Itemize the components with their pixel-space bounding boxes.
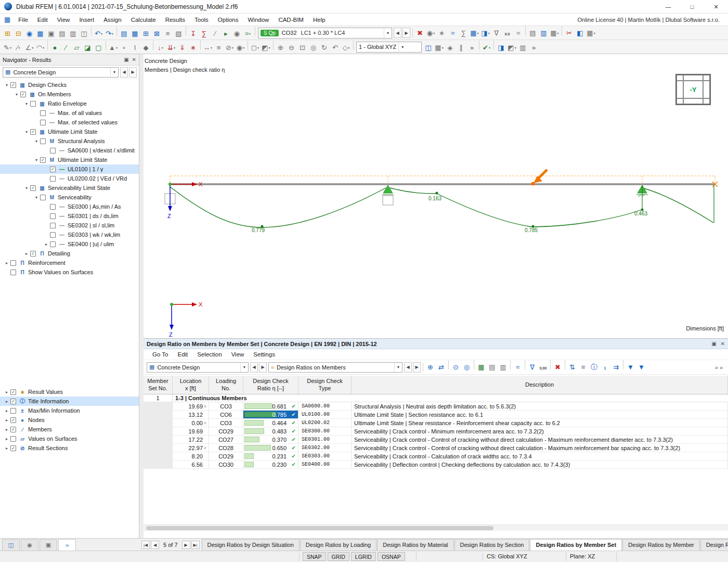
column-header-loading-no[interactable]: Loading No. bbox=[209, 376, 243, 394]
column-header-description[interactable]: Description bbox=[352, 376, 728, 394]
tree-item-result-values[interactable]: ▸✓∗Result Values bbox=[0, 387, 139, 397]
support-icon[interactable]: ▲▾ bbox=[108, 42, 119, 53]
filter-results-icon[interactable]: ∇ bbox=[491, 27, 502, 39]
info-icon[interactable]: ⓘ bbox=[589, 362, 600, 373]
checkbox[interactable] bbox=[50, 148, 56, 154]
panel-overflow-icon[interactable]: » » bbox=[715, 364, 726, 371]
pan-icon[interactable]: ◎ bbox=[308, 42, 319, 53]
close-panel-icon[interactable]: ✕ bbox=[721, 341, 725, 347]
menu-cad-bim[interactable]: CAD-BIM bbox=[274, 17, 308, 23]
tree-item-ul0100-1[interactable]: ✓—UL0100 | 1 / γ bbox=[0, 164, 139, 174]
zoom-window-icon[interactable]: ⊡ bbox=[297, 42, 308, 53]
checkbox[interactable]: ✓ bbox=[10, 399, 16, 404]
printout-report-icon[interactable]: ▥ bbox=[538, 27, 549, 39]
table-text-icon[interactable]: ≡ bbox=[162, 28, 173, 39]
filter-icon[interactable]: ∇ bbox=[527, 362, 538, 373]
tree-item-ul0200-02-ved-vrd[interactable]: —UL0200.02 | VEd / VRd bbox=[0, 174, 139, 183]
origin-node[interactable] bbox=[168, 183, 172, 186]
checkbox[interactable]: ✓ bbox=[40, 157, 46, 163]
menu-window[interactable]: Window bbox=[243, 17, 274, 23]
cross-section-icon[interactable]: I bbox=[129, 42, 140, 53]
work-plane-status[interactable]: Plane: XZ bbox=[570, 553, 595, 559]
tree-item-se0400-u-ulim[interactable]: ▸—SE0400 | |u| / ulim bbox=[0, 239, 139, 249]
tab-design-ratios-by-member[interactable]: Design Ratios by Member bbox=[622, 539, 700, 551]
grid-settings-icon[interactable]: ▦▾ bbox=[434, 42, 445, 53]
expand-icon[interactable]: ▸ bbox=[3, 418, 10, 423]
tree-item-reinforcement[interactable]: ▸ΠReinforcement bbox=[0, 258, 139, 267]
tab-design-ratios-by-loading[interactable]: Design Ratios by Loading bbox=[300, 539, 376, 551]
zoom-out-icon[interactable]: ⊖ bbox=[286, 42, 297, 53]
menu-edit[interactable]: Edit bbox=[33, 17, 53, 23]
result-values-icon[interactable]: ∗ bbox=[436, 27, 447, 39]
recalculate-icon[interactable]: ◉▾ bbox=[425, 27, 436, 39]
clipping-plane-icon[interactable]: ✂ bbox=[564, 27, 575, 39]
previous-table-page-button[interactable]: ◀ bbox=[151, 541, 159, 549]
checkbox[interactable] bbox=[10, 408, 16, 414]
previous-load-combination-button[interactable]: ◀ bbox=[394, 28, 401, 38]
checkbox[interactable]: ✓ bbox=[50, 167, 56, 172]
imperfections-icon[interactable]: ∕ bbox=[210, 28, 220, 39]
checkbox[interactable]: ✓ bbox=[10, 82, 16, 88]
export-excel-icon[interactable]: ▦ bbox=[476, 362, 487, 373]
tree-item-max-of-all-values[interactable]: —Max. of all values bbox=[0, 108, 139, 118]
member-icon[interactable]: ∕ bbox=[60, 42, 71, 53]
scrollbar-thumb[interactable] bbox=[146, 526, 493, 530]
toggle-osnap[interactable]: OSNAP bbox=[378, 552, 405, 561]
collapse-icon[interactable]: ▾ bbox=[13, 92, 20, 97]
show-tables-icon[interactable]: ▤ bbox=[119, 28, 129, 39]
menu-tools[interactable]: Tools bbox=[190, 17, 213, 23]
show-results-icon[interactable]: ≈▾ bbox=[242, 28, 253, 39]
model-canvas[interactable]: Concrete Design Members | Design check r… bbox=[144, 54, 728, 338]
coordinate-system-select[interactable]: 1 - Global XYZ ▼ bbox=[356, 42, 422, 53]
calculation-settings-icon[interactable]: ◉ bbox=[231, 28, 242, 39]
print-graphic-icon[interactable]: ▥ bbox=[68, 28, 79, 39]
collapse-icon[interactable]: ▾ bbox=[33, 158, 40, 162]
member-set-group-row[interactable]: 1 1-3 | Continuous Members bbox=[144, 394, 728, 402]
checkbox[interactable]: ✓ bbox=[10, 427, 16, 432]
column-header-design-check-type[interactable]: Design Check Type bbox=[298, 376, 352, 394]
member-load-icon[interactable]: ⇊▾ bbox=[166, 42, 177, 53]
solid-icon[interactable]: ◪ bbox=[82, 42, 93, 53]
tree-item-members[interactable]: ▸✓∕Members bbox=[0, 425, 139, 434]
ratio-cell[interactable]: 0.231✔ bbox=[243, 452, 298, 460]
checkbox[interactable] bbox=[50, 176, 56, 182]
checkbox[interactable] bbox=[50, 213, 56, 219]
table-view-select[interactable]: ≈ Design Ratios on Members ▼ bbox=[268, 362, 402, 373]
filter-all-icon[interactable]: ▼ bbox=[636, 362, 647, 373]
undo-icon[interactable]: ↶▾ bbox=[93, 28, 104, 39]
checkbox[interactable] bbox=[30, 101, 36, 107]
expand-icon[interactable]: ▸ bbox=[3, 427, 10, 432]
display-properties-icon[interactable]: ▥ bbox=[517, 42, 528, 53]
column-header-design-check-ratio[interactable]: Design Check Ratio η [--] bbox=[243, 376, 298, 394]
expand-icon[interactable]: ▸ bbox=[3, 261, 10, 265]
nodal-support[interactable] bbox=[383, 185, 393, 193]
tree-item-values-on-surfaces[interactable]: ▸▱Values on Surfaces bbox=[0, 434, 139, 443]
tree-item-ultimate-limit-state[interactable]: ▾✓▥Ultimate Limit State bbox=[0, 127, 139, 136]
result-diagrams-icon[interactable]: ≈ bbox=[447, 27, 458, 39]
ratio-cell[interactable]: 0.230✔ bbox=[243, 461, 298, 468]
result-diagram-icon[interactable]: ≈ bbox=[512, 362, 523, 373]
table-manager-icon[interactable]: ▦ bbox=[129, 28, 140, 39]
zoom-to-row-icon[interactable]: ⊙ bbox=[450, 362, 461, 373]
column-header-location-x-ft[interactable]: Location x [ft] bbox=[173, 376, 209, 394]
previous-view-icon[interactable]: ↶ bbox=[330, 42, 341, 53]
calculate-all-icon[interactable]: ▸ bbox=[220, 28, 231, 39]
filter-members-icon[interactable]: ▼ bbox=[625, 362, 636, 373]
collapse-icon[interactable]: ▾ bbox=[23, 101, 30, 106]
beam-result-diagram[interactable]: 0.779 0.163 0.785 0.463 X Z X Z bbox=[144, 54, 728, 338]
checkbox[interactable]: ✓ bbox=[20, 92, 26, 97]
ratio-cell[interactable]: 0.483✔ bbox=[243, 427, 298, 435]
charts-tab[interactable]: ≈ bbox=[58, 539, 76, 551]
table-results-icon[interactable]: ⊠ bbox=[151, 28, 162, 39]
close-button[interactable]: ✕ bbox=[704, 0, 728, 14]
redo-icon[interactable]: ↷▾ bbox=[104, 28, 115, 39]
table-menu-edit[interactable]: Edit bbox=[173, 349, 192, 360]
table-filter-icon[interactable]: ▧ bbox=[173, 28, 184, 39]
checkbox[interactable] bbox=[50, 204, 56, 210]
smooth-results-icon[interactable]: ≈ bbox=[513, 27, 524, 39]
project-navigator-icon[interactable]: ▦ bbox=[35, 28, 46, 39]
tree-item-on-members[interactable]: ▾✓▥On Members bbox=[0, 90, 139, 99]
tree-item-ultimate-limit-state[interactable]: ▾✓MUltimate Limit State bbox=[0, 155, 139, 164]
load-cases-icon[interactable]: ↧ bbox=[188, 28, 199, 39]
load-combinations-icon[interactable]: ∑ bbox=[199, 28, 210, 39]
